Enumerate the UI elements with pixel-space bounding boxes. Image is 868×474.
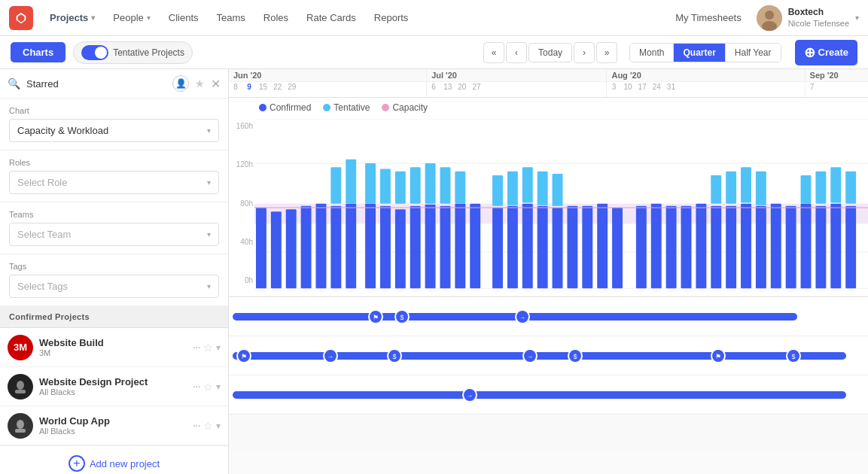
legend-tentative: Tentative	[323, 102, 370, 113]
y-label-80: 80h	[240, 199, 253, 208]
legend-capacity: Capacity	[382, 102, 428, 113]
add-project-button[interactable]: + Add new project	[0, 445, 228, 474]
project-star-button[interactable]: ☆	[203, 381, 213, 393]
svg-rect-30	[522, 204, 533, 289]
svg-rect-46	[771, 204, 781, 289]
nav-people[interactable]: People ▾	[105, 8, 157, 28]
svg-rect-24	[425, 205, 436, 289]
svg-rect-72	[830, 167, 841, 202]
day-label-today: 9	[242, 83, 256, 91]
svg-rect-49	[815, 206, 826, 288]
svg-rect-41	[696, 204, 706, 289]
svg-rect-43	[726, 206, 736, 288]
next-button[interactable]: ›	[574, 42, 595, 63]
y-label-0: 0h	[245, 276, 253, 284]
aug-days: 3 10 17 24 31	[607, 82, 804, 92]
project-menu-dots[interactable]: ···	[193, 380, 200, 393]
teams-select[interactable]: Select Team ▾	[9, 223, 219, 246]
search-input[interactable]	[26, 78, 166, 90]
day-label: 3	[607, 83, 620, 91]
project-star-button[interactable]: ☆	[203, 342, 213, 354]
svg-rect-14	[271, 211, 282, 288]
quarter-view-button[interactable]: Quarter	[674, 44, 725, 62]
svg-rect-35	[597, 204, 608, 289]
svg-rect-73	[845, 172, 856, 204]
project-client: All Blacks	[39, 387, 187, 397]
project-logo-worldcup	[8, 413, 33, 439]
project-info: World Cup App All Blacks	[39, 415, 187, 436]
svg-rect-67	[726, 172, 736, 204]
svg-text:$: $	[791, 353, 795, 360]
svg-rect-16	[301, 206, 312, 288]
view-switcher: Month Quarter Half Year	[629, 43, 781, 62]
day-label: 10	[620, 83, 635, 91]
toolbar: Charts Tentative Projects « ‹ Today › » …	[0, 36, 868, 69]
charts-button[interactable]: Charts	[11, 42, 65, 62]
svg-text:⚑: ⚑	[715, 353, 721, 360]
svg-rect-64	[538, 172, 548, 205]
svg-rect-21	[380, 206, 391, 288]
user-menu[interactable]: Boxtech Nicole Tiefensee ▾	[757, 5, 859, 31]
tentative-toggle-wrap[interactable]: Tentative Projects	[73, 41, 193, 64]
project-expand-button[interactable]: ▾	[216, 342, 221, 353]
day-label: 15	[256, 83, 270, 91]
nav-projects[interactable]: Projects ▾	[42, 8, 102, 28]
svg-rect-18	[330, 206, 341, 288]
search-clear-icon[interactable]: ✕	[211, 77, 221, 91]
chart-select[interactable]: Capacity & Workload ▾	[9, 119, 219, 142]
prev-far-button[interactable]: «	[483, 42, 504, 63]
svg-text:→: →	[519, 314, 526, 321]
day-label: 6	[427, 83, 440, 91]
project-star-button[interactable]: ☆	[203, 420, 213, 432]
month-view-button[interactable]: Month	[630, 44, 674, 62]
project-expand-button[interactable]: ▾	[216, 421, 221, 431]
create-button[interactable]: ⊕ Create	[795, 40, 857, 65]
svg-rect-23	[410, 206, 421, 288]
nav-roles[interactable]: Roles	[256, 8, 296, 28]
app-logo[interactable]	[9, 6, 33, 30]
month-sep-label: Sep '20	[806, 69, 868, 82]
project-expand-button[interactable]: ▾	[216, 381, 221, 392]
prev-button[interactable]: ‹	[506, 42, 527, 63]
nav-rate-cards[interactable]: Rate Cards	[299, 8, 364, 28]
next-far-button[interactable]: »	[596, 42, 617, 63]
sidebar: 🔍 👤 ★ ✕ Chart Capacity & Workload ▾ Role…	[0, 69, 229, 474]
create-plus-icon: ⊕	[804, 44, 815, 61]
project-name: World Cup App	[39, 415, 187, 427]
tentative-label: Tentative	[333, 102, 370, 113]
day-label: 29	[285, 83, 299, 91]
project-menu-dots[interactable]: ···	[193, 341, 200, 354]
nav-teams[interactable]: Teams	[209, 8, 253, 28]
project-item: 3M Website Build 3M ··· ☆ ▾	[0, 328, 228, 367]
svg-rect-6	[15, 429, 26, 433]
nav-clients[interactable]: Clients	[161, 8, 206, 28]
search-bar: 🔍 👤 ★ ✕	[0, 69, 228, 99]
half-year-view-button[interactable]: Half Year	[726, 44, 781, 62]
project-menu-dots[interactable]: ···	[193, 419, 200, 433]
svg-rect-55	[380, 169, 391, 204]
svg-rect-62	[507, 172, 518, 205]
svg-rect-44	[741, 204, 751, 289]
star-filter-icon[interactable]: ★	[195, 77, 205, 90]
svg-rect-51	[845, 206, 856, 288]
svg-rect-42	[711, 206, 721, 288]
user-filter-icon[interactable]: 👤	[172, 75, 189, 92]
nav-reports[interactable]: Reports	[367, 8, 416, 28]
svg-rect-39	[666, 206, 677, 288]
day-label: 24	[650, 83, 664, 91]
user-name: Nicole Tiefensee	[788, 18, 849, 29]
roles-select[interactable]: Select Role ▾	[9, 171, 219, 194]
roles-filter-section: Roles Select Role ▾	[0, 150, 228, 202]
timesheets-link[interactable]: My Timesheets	[675, 12, 741, 23]
project-name: Website Build	[39, 337, 187, 348]
tentative-toggle[interactable]	[81, 45, 108, 60]
month-jun-label: Jun '20	[229, 69, 426, 82]
project-item: World Cup App All Blacks ··· ☆ ▾	[0, 406, 228, 445]
confirmed-label: Confirmed	[270, 102, 311, 113]
timeline-nav: « ‹ Today › »	[483, 42, 617, 63]
svg-text:→: →	[467, 392, 474, 400]
svg-rect-32	[553, 208, 563, 288]
svg-rect-61	[492, 175, 503, 206]
tags-select[interactable]: Select Tags ▾	[9, 275, 219, 298]
today-button[interactable]: Today	[528, 43, 572, 62]
